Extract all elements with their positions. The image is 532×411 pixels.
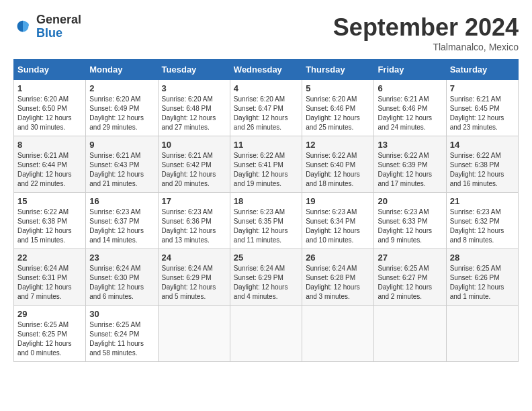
day-number: 4 — [234, 83, 298, 93]
day-info: Sunrise: 6:24 AM Sunset: 6:30 PM Dayligh… — [89, 264, 154, 302]
sunrise-label: Sunrise: 6:20 AM — [89, 95, 140, 103]
sunrise-label: Sunrise: 6:25 AM — [450, 265, 501, 272]
calendar-cell — [374, 306, 446, 362]
sunset-label: Sunset: 6:48 PM — [162, 105, 212, 112]
sunset-label: Sunset: 6:32 PM — [450, 218, 500, 225]
day-number: 30 — [89, 309, 154, 319]
daylight-label: Daylight: 12 hours and 0 minutes. — [17, 340, 72, 357]
calendar-cell: 10 Sunrise: 6:21 AM Sunset: 6:42 PM Dayl… — [158, 136, 230, 193]
day-info: Sunrise: 6:25 AM Sunset: 6:25 PM Dayligh… — [17, 320, 82, 358]
day-info: Sunrise: 6:21 AM Sunset: 6:44 PM Dayligh… — [17, 151, 82, 189]
daylight-label: Daylight: 12 hours and 18 minutes. — [306, 171, 360, 187]
sunrise-label: Sunrise: 6:24 AM — [234, 265, 285, 272]
calendar-cell: 12 Sunrise: 6:22 AM Sunset: 6:40 PM Dayl… — [302, 136, 374, 193]
calendar-cell: 11 Sunrise: 6:22 AM Sunset: 6:41 PM Dayl… — [230, 136, 302, 193]
daylight-label: Daylight: 12 hours and 11 minutes. — [234, 227, 288, 244]
day-number: 9 — [89, 140, 154, 150]
sunrise-label: Sunrise: 6:23 AM — [162, 208, 213, 216]
calendar-cell: 9 Sunrise: 6:21 AM Sunset: 6:43 PM Dayli… — [86, 136, 158, 193]
day-number: 15 — [17, 196, 82, 206]
header-friday: Friday — [374, 60, 446, 80]
calendar-cell: 6 Sunrise: 6:21 AM Sunset: 6:46 PM Dayli… — [374, 80, 446, 136]
sunset-label: Sunset: 6:47 PM — [234, 105, 283, 112]
day-number: 13 — [378, 140, 442, 150]
day-info: Sunrise: 6:20 AM Sunset: 6:50 PM Dayligh… — [17, 95, 82, 132]
day-number: 2 — [89, 83, 154, 93]
day-number: 25 — [234, 253, 298, 263]
sunrise-label: Sunrise: 6:24 AM — [17, 265, 69, 272]
sunrise-label: Sunrise: 6:21 AM — [162, 152, 213, 159]
day-info: Sunrise: 6:22 AM Sunset: 6:39 PM Dayligh… — [378, 151, 442, 189]
sunset-label: Sunset: 6:29 PM — [162, 274, 212, 281]
sunrise-label: Sunrise: 6:25 AM — [17, 321, 69, 328]
day-info: Sunrise: 6:23 AM Sunset: 6:36 PM Dayligh… — [162, 208, 226, 245]
daylight-label: Daylight: 12 hours and 24 minutes. — [378, 114, 432, 131]
daylight-label: Daylight: 12 hours and 5 minutes. — [162, 283, 216, 300]
calendar-cell: 15 Sunrise: 6:22 AM Sunset: 6:38 PM Dayl… — [14, 193, 86, 249]
sunset-label: Sunset: 6:49 PM — [89, 105, 139, 112]
calendar-cell: 27 Sunrise: 6:25 AM Sunset: 6:27 PM Dayl… — [374, 249, 446, 306]
sunset-label: Sunset: 6:26 PM — [450, 274, 500, 281]
day-info: Sunrise: 6:21 AM Sunset: 6:42 PM Dayligh… — [162, 151, 226, 189]
day-info: Sunrise: 6:22 AM Sunset: 6:41 PM Dayligh… — [234, 151, 298, 189]
day-number: 8 — [17, 140, 82, 150]
header-tuesday: Tuesday — [158, 60, 230, 80]
calendar-cell: 13 Sunrise: 6:22 AM Sunset: 6:39 PM Dayl… — [374, 136, 446, 193]
sunrise-label: Sunrise: 6:25 AM — [378, 265, 429, 272]
logo-blue: Blue — [36, 27, 81, 40]
daylight-label: Daylight: 12 hours and 13 minutes. — [162, 227, 216, 244]
calendar-cell — [302, 306, 374, 362]
day-info: Sunrise: 6:20 AM Sunset: 6:48 PM Dayligh… — [162, 95, 226, 132]
day-number: 21 — [450, 196, 515, 206]
day-number: 27 — [378, 253, 442, 263]
month-title: September 2024 — [333, 13, 519, 42]
day-number: 24 — [162, 253, 226, 263]
day-number: 28 — [450, 253, 515, 263]
sunrise-label: Sunrise: 6:21 AM — [450, 95, 501, 103]
sunset-label: Sunset: 6:40 PM — [306, 161, 355, 169]
sunrise-label: Sunrise: 6:24 AM — [89, 265, 140, 272]
header-monday: Monday — [86, 60, 158, 80]
header-sunday: Sunday — [14, 60, 86, 80]
day-info: Sunrise: 6:23 AM Sunset: 6:37 PM Dayligh… — [89, 208, 154, 245]
sunset-label: Sunset: 6:38 PM — [450, 161, 500, 169]
daylight-label: Daylight: 12 hours and 3 minutes. — [306, 283, 360, 300]
calendar-table: SundayMondayTuesdayWednesdayThursdayFrid… — [13, 59, 519, 362]
sunrise-label: Sunrise: 6:21 AM — [89, 152, 140, 159]
sunrise-label: Sunrise: 6:23 AM — [450, 208, 501, 216]
location-subtitle: Tlalmanalco, Mexico — [333, 42, 519, 52]
calendar-cell: 4 Sunrise: 6:20 AM Sunset: 6:47 PM Dayli… — [230, 80, 302, 136]
calendar-header-row: SundayMondayTuesdayWednesdayThursdayFrid… — [14, 60, 519, 80]
sunset-label: Sunset: 6:35 PM — [234, 218, 283, 225]
logo-general: General — [36, 13, 81, 27]
calendar-cell: 18 Sunrise: 6:23 AM Sunset: 6:35 PM Dayl… — [230, 193, 302, 249]
daylight-label: Daylight: 12 hours and 9 minutes. — [378, 227, 432, 244]
sunset-label: Sunset: 6:27 PM — [378, 274, 427, 281]
day-number: 3 — [162, 83, 226, 93]
day-info: Sunrise: 6:20 AM Sunset: 6:49 PM Dayligh… — [89, 95, 154, 132]
day-info: Sunrise: 6:24 AM Sunset: 6:28 PM Dayligh… — [306, 264, 370, 302]
day-number: 12 — [306, 140, 370, 150]
sunrise-label: Sunrise: 6:21 AM — [378, 95, 429, 103]
sunset-label: Sunset: 6:30 PM — [89, 274, 139, 281]
sunset-label: Sunset: 6:37 PM — [89, 218, 139, 225]
sunrise-label: Sunrise: 6:23 AM — [234, 208, 285, 216]
day-number: 6 — [378, 83, 442, 93]
calendar-cell — [446, 306, 518, 362]
calendar-cell: 8 Sunrise: 6:21 AM Sunset: 6:44 PM Dayli… — [14, 136, 86, 193]
sunset-label: Sunset: 6:44 PM — [17, 161, 67, 169]
sunrise-label: Sunrise: 6:22 AM — [17, 208, 69, 216]
daylight-label: Daylight: 12 hours and 1 minute. — [450, 283, 504, 300]
sunset-label: Sunset: 6:42 PM — [162, 161, 212, 169]
day-number: 19 — [306, 196, 370, 206]
sunrise-label: Sunrise: 6:20 AM — [306, 95, 357, 103]
sunset-label: Sunset: 6:28 PM — [306, 274, 355, 281]
sunset-label: Sunset: 6:25 PM — [17, 330, 67, 338]
sunset-label: Sunset: 6:34 PM — [306, 218, 355, 225]
logo-icon — [13, 17, 32, 36]
calendar-cell: 2 Sunrise: 6:20 AM Sunset: 6:49 PM Dayli… — [86, 80, 158, 136]
sunset-label: Sunset: 6:41 PM — [234, 161, 283, 169]
day-number: 17 — [162, 196, 226, 206]
daylight-label: Daylight: 12 hours and 23 minutes. — [450, 114, 504, 131]
calendar-cell — [158, 306, 230, 362]
